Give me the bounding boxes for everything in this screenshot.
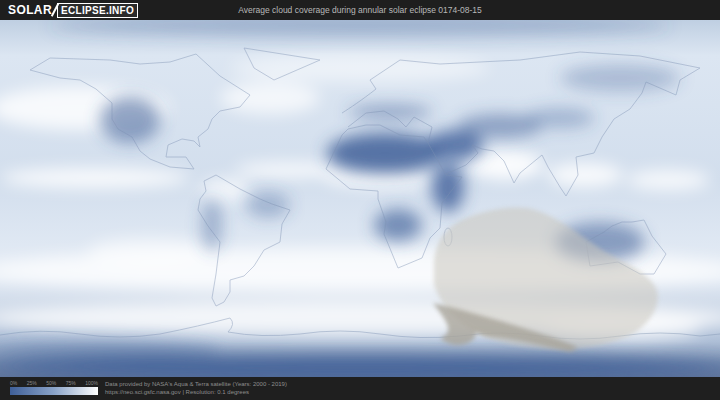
legend-tick-labels: 0% 25% 50% 75% 100% [10,380,98,386]
cloud-coverage-map [0,20,720,377]
cloud-coverage-legend: 0% 25% 50% 75% 100% [10,380,98,395]
map-canvas [0,20,720,377]
legend-gradient-bar [10,387,98,395]
legend-tick: 25% [27,380,37,386]
bottom-bar: 0% 25% 50% 75% 100% Data provided by NAS… [0,377,720,400]
brand-logo[interactable]: SOLAR ECLIPSE.INFO [8,2,138,18]
legend-tick: 100% [85,380,98,386]
legend-tick: 50% [46,380,56,386]
attribution-line1: Data provided by NASA's Aqua & Terra sat… [105,380,287,388]
app-root: Average cloud coverage during annular so… [0,0,720,400]
legend-tick: 0% [10,380,17,386]
top-bar: Average cloud coverage during annular so… [0,0,720,20]
attribution-line2: https://neo.sci.gsfc.nasa.gov | Resoluti… [105,388,287,396]
data-attribution: Data provided by NASA's Aqua & Terra sat… [105,380,287,396]
brand-text-solar: SOLAR [8,3,52,17]
brand-text-eclipse-info: ECLIPSE.INFO [57,3,138,18]
legend-tick: 75% [66,380,76,386]
